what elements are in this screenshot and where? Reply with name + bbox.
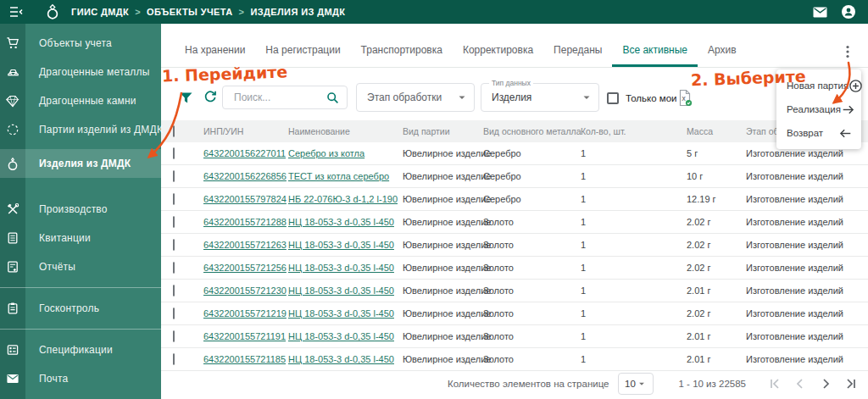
per-page-select[interactable]: 10 — [618, 373, 654, 395]
chevron-down-icon — [457, 92, 467, 103]
menu-collapse-icon[interactable] — [8, 5, 24, 19]
batch-type: Ювелирное изделие — [403, 171, 483, 181]
batch-type: Ювелирное изделие — [403, 331, 483, 341]
row-checkbox[interactable] — [173, 216, 175, 228]
inp-uin-link[interactable]: 6432200155721185 — [203, 354, 288, 364]
row-checkbox[interactable] — [173, 193, 175, 205]
export-excel-icon[interactable]: x — [676, 89, 693, 108]
mail-icon[interactable] — [813, 7, 827, 18]
inp-uin-link[interactable]: 6432200155721256 — [203, 263, 288, 273]
tab-1[interactable]: На хранении — [175, 36, 255, 67]
tab-5[interactable]: Переданы — [543, 36, 612, 67]
breadcrumb-item[interactable]: ОБЪЕКТЫ УЧЕТА — [147, 7, 233, 17]
column-header: ИНП/УИН — [203, 126, 288, 136]
sidebar-items: Объекты учетаДрагоценные металлыДрагоцен… — [0, 29, 161, 393]
sidebar-item-goscontrol[interactable]: Госконтроль — [0, 294, 161, 323]
inp-uin-link[interactable]: 6432200155721191 — [203, 331, 288, 341]
tab-4[interactable]: Корректировка — [453, 36, 543, 67]
context-menu: Новая партияРеализацияВозврат — [776, 69, 861, 149]
sidebar-item-metals[interactable]: Драгоценные металлы — [0, 58, 161, 86]
row-checkbox[interactable] — [173, 147, 175, 159]
report-icon — [6, 260, 19, 274]
quantity: 1 — [581, 148, 687, 158]
only-mine-toggle[interactable]: Только мои — [607, 83, 676, 114]
name-link[interactable]: НЦ 18-053-3 d-0,35 l-450 — [288, 240, 403, 250]
context-menu-item-2[interactable]: Реализация — [776, 97, 861, 121]
batch-type: Ювелирное изделие — [403, 240, 483, 250]
sidebar-item-production[interactable]: Производство — [0, 195, 161, 224]
search-icon[interactable] — [326, 91, 339, 104]
refresh-icon[interactable] — [203, 90, 218, 105]
filter-icon[interactable] — [180, 92, 192, 103]
quantity: 1 — [581, 171, 687, 181]
sidebar-item-label: Партии изделий из ДМДК — [39, 124, 163, 136]
app-root: ГИИС ДМДК>ОБЪЕКТЫ УЧЕТА>ИЗДЕЛИЯ ИЗ ДМДК … — [0, 0, 868, 399]
tab-6[interactable]: Все активные — [612, 36, 698, 67]
mass: 2.01 г — [687, 331, 746, 341]
sidebar-item-reports[interactable]: Отчёты — [0, 252, 161, 281]
cart-icon — [6, 36, 19, 50]
sidebar-item-mail[interactable]: Почта — [0, 364, 161, 393]
tab-7[interactable]: Архив — [698, 36, 747, 67]
name-link[interactable]: НЦ 18-053-3 d-0,35 l-450 — [288, 217, 403, 227]
name-link[interactable]: НБ 22-076Ю-3 d-1,2 l-190 — [288, 194, 403, 204]
name-link[interactable]: Серебро из котла — [288, 148, 403, 158]
kebab-menu-icon[interactable] — [841, 44, 854, 59]
row-checkbox[interactable] — [173, 308, 175, 319]
account-icon[interactable] — [841, 4, 856, 19]
name-link[interactable]: НЦ 18-053-3 d-0,35 l-450 — [288, 331, 403, 341]
first-page-icon[interactable] — [768, 377, 782, 391]
sidebar-item-batches[interactable]: Партии изделий из ДМДК — [0, 115, 161, 144]
metal-type: Золото — [483, 285, 581, 296]
stage-filter-select[interactable]: Этап обработки — [356, 83, 475, 112]
processing-stage: Изготовление изделий — [746, 354, 868, 364]
sidebar-item-gems[interactable]: Драгоценные камни — [0, 86, 161, 115]
mass: 2.02 г — [687, 217, 746, 227]
sidebar-item-objects[interactable]: Объекты учета — [0, 29, 161, 58]
last-page-icon[interactable] — [844, 377, 858, 391]
row-checkbox[interactable] — [173, 170, 175, 182]
quantity: 1 — [581, 240, 687, 250]
name-link[interactable]: НЦ 18-053-3 d-0,35 l-450 — [288, 308, 403, 319]
inp-uin-link[interactable]: 6432200155721230 — [203, 285, 288, 296]
spec-icon — [6, 343, 19, 357]
only-mine-checkbox[interactable] — [607, 92, 619, 104]
column-header: Вид основного металла — [483, 126, 581, 136]
row-checkbox[interactable] — [173, 262, 175, 274]
inp-uin-link[interactable]: 6432200155721219 — [203, 308, 288, 319]
row-checkbox[interactable] — [173, 239, 175, 251]
row-checkbox[interactable] — [173, 330, 175, 342]
context-menu-item-3[interactable]: Возврат — [776, 121, 861, 145]
next-page-icon[interactable] — [819, 377, 832, 391]
prev-page-icon[interactable] — [793, 377, 807, 391]
name-link[interactable]: НЦ 18-053-3 d-0,35 l-450 — [288, 285, 403, 296]
search-input[interactable] — [232, 91, 326, 104]
context-menu-item-label: Возврат — [787, 128, 823, 138]
quantity: 1 — [581, 217, 687, 227]
inp-uin-link[interactable]: 6432200155721263 — [203, 240, 288, 250]
name-link[interactable]: ТЕСТ из котла серебро — [288, 171, 403, 181]
inp-uin-link[interactable]: 6432200156227011 — [203, 148, 288, 158]
tab-2[interactable]: На регистрации — [255, 36, 350, 67]
data-type-select[interactable]: Тип данных Изделия — [481, 83, 599, 112]
sidebar-item-specs[interactable]: Спецификации — [0, 335, 161, 364]
breadcrumb-item: ИЗДЕЛИЯ ИЗ ДМДК — [250, 7, 345, 17]
mass: 2.02 г — [687, 263, 746, 273]
sidebar-item-products[interactable]: Изделия из ДМДК — [0, 149, 161, 178]
breadcrumb-item[interactable]: ГИИС ДМДК — [71, 7, 129, 17]
inp-uin-link[interactable]: 6432200155721288 — [203, 217, 288, 227]
row-checkbox[interactable] — [173, 285, 175, 296]
context-menu-item-1[interactable]: Новая партия — [776, 74, 861, 97]
inp-uin-link[interactable]: 6432200156226856 — [203, 171, 288, 181]
name-link[interactable]: НЦ 18-053-3 d-0,35 l-450 — [288, 354, 403, 364]
tab-3[interactable]: Транспортировка — [351, 36, 453, 67]
mass: 10 г — [687, 171, 746, 181]
inp-uin-link[interactable]: 6432200155797824 — [203, 194, 288, 204]
select-all-checkbox[interactable] — [173, 125, 175, 137]
sidebar-item-receipts[interactable]: Квитанции — [0, 224, 161, 252]
processing-stage: Изготовление изделий — [746, 171, 868, 181]
row-checkbox[interactable] — [173, 353, 175, 365]
column-header: Масса — [687, 126, 746, 136]
name-link[interactable]: НЦ 18-053-3 d-0,35 l-450 — [288, 263, 403, 273]
data-type-label: Тип данных — [489, 79, 533, 87]
